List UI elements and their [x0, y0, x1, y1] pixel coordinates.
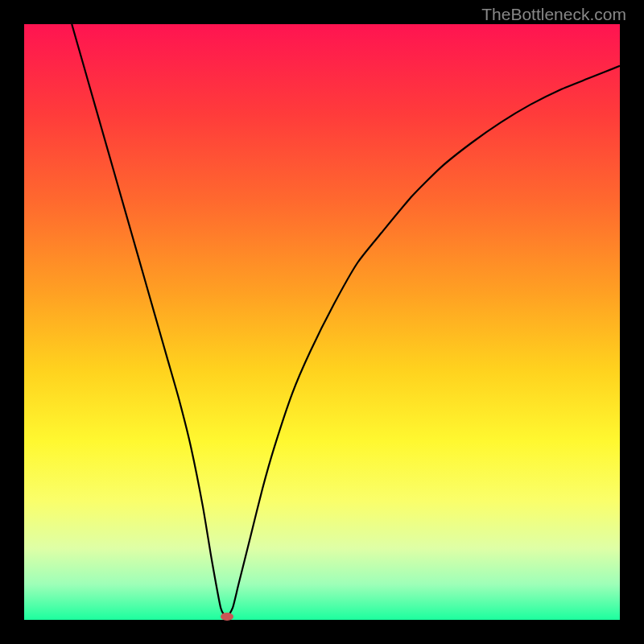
curve-line [24, 24, 620, 620]
chart-container: TheBottleneck.com [0, 0, 644, 644]
minimum-marker [221, 613, 233, 621]
watermark-text: TheBottleneck.com [481, 5, 626, 24]
plot-area [24, 24, 620, 620]
